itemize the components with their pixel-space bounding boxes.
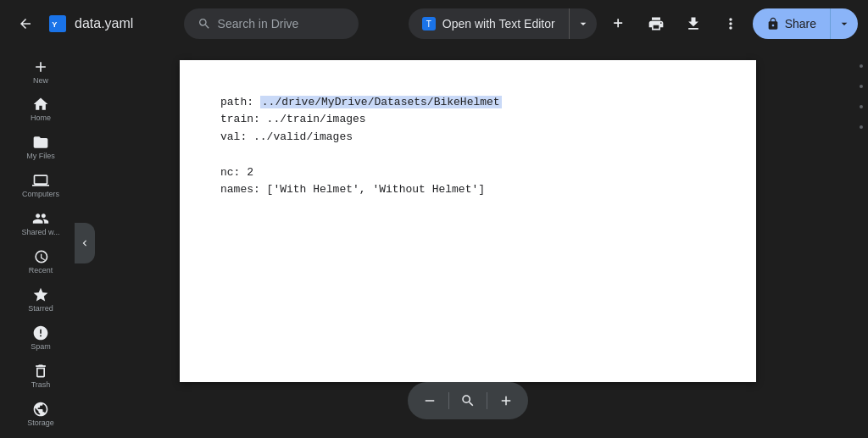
sidebar-recent-label: Recent [29, 267, 53, 275]
sidebar-home-label: Home [31, 114, 51, 123]
zoom-in-button[interactable] [491, 385, 521, 416]
shared-icon [32, 210, 49, 227]
more-vert-icon [722, 15, 739, 32]
document: path: ../drive/MyDrive/Datasets/BikeHelm… [180, 60, 756, 382]
share-button[interactable]: Share [753, 8, 831, 39]
print-icon [648, 15, 665, 32]
share-button-group: Share [753, 8, 858, 39]
zoom-controls [408, 382, 528, 419]
zoom-out-button[interactable] [415, 385, 445, 416]
sidebar-item-trash[interactable]: Trash [7, 358, 75, 393]
topbar-actions: T Open with Text Editor [409, 8, 858, 39]
sidebar-storage-label: Storage [27, 419, 54, 428]
sidebar-item-storage[interactable]: Storage [7, 396, 75, 431]
open-with-button-group: T Open with Text Editor [409, 8, 597, 39]
chevron-left-icon [79, 237, 91, 249]
sidebar-item-new[interactable]: New [7, 54, 75, 89]
editor-icon: T [422, 17, 436, 30]
search-bar [140, 8, 401, 39]
open-with-text-editor-button[interactable]: T Open with Text Editor [409, 8, 570, 39]
recent-icon [32, 248, 49, 265]
minus-icon [422, 393, 437, 408]
storage-icon [32, 401, 49, 418]
search-icon [198, 17, 211, 30]
document-wrapper: path: ../drive/MyDrive/Datasets/BikeHelm… [81, 60, 854, 382]
zoom-divider-2 [487, 392, 487, 409]
plus-zoom-icon [498, 393, 514, 408]
code-content: path: ../drive/MyDrive/Datasets/BikeHelm… [220, 94, 715, 200]
plus-icon [32, 58, 49, 75]
sidebar-item-recent[interactable]: Recent [7, 245, 75, 280]
right-panel-dot-2 [860, 85, 863, 88]
sidebar-item-shared[interactable]: Shared w... [7, 207, 75, 241]
sidebar-item-starred[interactable]: Starred [7, 282, 75, 317]
sidebar-computers-label: Computers [22, 191, 59, 199]
sidebar-shared-label: Shared w... [21, 229, 59, 237]
file-title: data.yaml [75, 16, 133, 31]
lock-icon [766, 17, 780, 30]
path-value-highlighted: ../drive/MyDrive/Datasets/BikeHelmet [260, 96, 502, 108]
share-chevron-down-icon [837, 17, 851, 30]
sidebar: New Home My Files Computers Shared w... [0, 47, 81, 438]
zoom-fit-button[interactable] [453, 385, 483, 416]
add-shortcut-button[interactable] [604, 8, 634, 39]
search-input-wrapper[interactable] [184, 8, 359, 39]
topbar: Y data.yaml T Open with Text Editor [0, 0, 868, 47]
computer-icon [32, 172, 49, 189]
home-icon [32, 96, 49, 113]
chevron-down-icon [576, 17, 590, 30]
zoom-divider-1 [448, 392, 449, 409]
sidebar-myfiles-label: My Files [26, 152, 55, 161]
right-sidebar [854, 47, 868, 438]
line-path: path: ../drive/MyDrive/Datasets/BikeHelm… [220, 96, 502, 197]
trash-icon [32, 363, 49, 380]
download-button[interactable] [678, 8, 709, 39]
sidebar-starred-label: Starred [28, 305, 53, 313]
back-button[interactable] [10, 8, 41, 39]
sidebar-item-myfiles[interactable]: My Files [7, 130, 75, 165]
add-shortcut-icon [610, 15, 627, 32]
right-panel-dot-3 [860, 105, 863, 108]
search-input[interactable] [218, 17, 345, 30]
sidebar-trash-label: Trash [31, 381, 51, 390]
download-icon [685, 15, 702, 32]
right-panel-dot-4 [860, 125, 863, 129]
file-type-icon: Y [47, 14, 68, 34]
topbar-left: Y data.yaml [10, 8, 133, 39]
sidebar-collapse-button[interactable] [75, 223, 95, 263]
content-area: path: ../drive/MyDrive/Datasets/BikeHelm… [81, 47, 854, 438]
sidebar-new-label: New [33, 77, 48, 86]
sidebar-item-computers[interactable]: Computers [7, 169, 75, 203]
share-label: Share [785, 17, 816, 30]
sidebar-item-home[interactable]: Home [7, 92, 75, 127]
print-button[interactable] [641, 8, 671, 39]
share-dropdown-button[interactable] [831, 8, 858, 39]
sidebar-spam-label: Spam [31, 343, 51, 352]
search-zoom-icon [460, 393, 476, 408]
folder-icon [32, 134, 49, 151]
sidebar-item-spam[interactable]: Spam [7, 320, 75, 355]
open-with-label: Open with Text Editor [442, 17, 555, 30]
spam-icon [32, 324, 49, 341]
star-icon [32, 286, 49, 303]
svg-text:Y: Y [52, 20, 57, 29]
main-layout: New Home My Files Computers Shared w... [0, 47, 868, 438]
open-with-dropdown-button[interactable] [570, 8, 597, 39]
more-options-button[interactable] [715, 8, 746, 39]
right-panel-dot-1 [860, 64, 863, 68]
